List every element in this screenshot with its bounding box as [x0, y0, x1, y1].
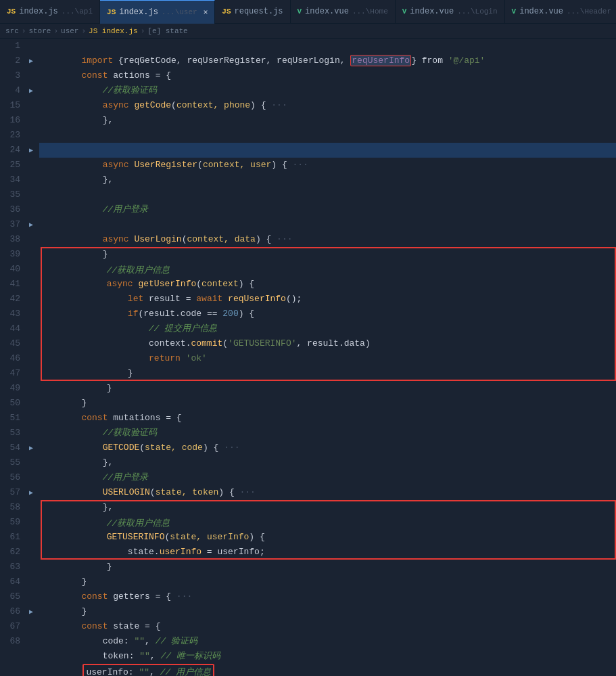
code-content: import {reqGetCode, reqUserRegister, req…: [37, 39, 616, 676]
gutter: ▶ ▶ ▶ ▶ ▶: [26, 39, 37, 676]
breadcrumb: src › store › user › JS index.js › [e] s…: [0, 24, 616, 39]
code-line-39: // 提交用户信息: [41, 307, 616, 321]
code-line: },: [39, 441, 616, 455]
code-line: const state = {: [39, 604, 616, 619]
code-line: [39, 202, 616, 217]
tab-home[interactable]: V index.vue ...\Home: [291, 0, 396, 24]
tab-label: index.vue: [519, 7, 563, 16]
code-line-42: }: [41, 351, 616, 366]
code-line: const actions = {: [39, 53, 616, 68]
tab-request[interactable]: JS request.js: [215, 0, 290, 24]
code-line-56: state.userInfo = userInfo;: [41, 530, 616, 545]
tab-path: ...\Home: [352, 7, 388, 16]
code-line-35: //获取用户信息: [41, 247, 616, 262]
code-line: }: [39, 381, 616, 396]
code-line-40: context.commit('GETUSERINFO', result.dat…: [41, 321, 616, 336]
js-icon: JS: [222, 7, 231, 16]
code-line: [39, 173, 616, 187]
code-line: },: [39, 158, 616, 173]
editor-container: 1 2 3 4 15 16 23 24 25 34 35 36 37 38 39…: [0, 39, 616, 676]
editor: 1 2 3 4 15 16 23 24 25 34 35 36 37 38 39…: [0, 39, 616, 676]
tab-header[interactable]: V index.vue ...\Header: [505, 0, 616, 24]
code-line: const getters = { ···: [39, 574, 616, 589]
tab-label: index.vue: [410, 7, 454, 16]
code-line-41: return 'ok': [41, 336, 616, 351]
code-line: //用户登录: [39, 455, 616, 470]
tab-index-api[interactable]: JS index.js ...\api: [0, 0, 100, 24]
code-line-54: //获取用户信息: [41, 500, 616, 515]
code-line: async getCode(context, phone) { ···: [39, 83, 616, 98]
code-line-55: GETUSERINFO(state, userInfo) {: [41, 515, 616, 530]
tab-bar: JS index.js ...\api JS index.js ...\user…: [0, 0, 616, 24]
code-line: token: "", // 唯一标识码: [39, 634, 616, 649]
tab-login[interactable]: V index.vue ...\Login: [396, 0, 505, 24]
code-line: //用户登录: [39, 187, 616, 202]
code-line: //获取验证码: [39, 68, 616, 83]
code-line-37: let result = await reqUserInfo();: [41, 277, 616, 292]
js-icon: JS: [7, 7, 16, 16]
tab-label: index.js: [119, 7, 158, 17]
vue-icon: V: [512, 7, 517, 16]
code-line-65: userInfo: "", // 用户信息: [39, 649, 616, 664]
code-line-57: }: [41, 545, 616, 560]
tab-path: ...\Login: [457, 7, 497, 16]
tab-path: ...\Header: [567, 7, 611, 16]
code-line: }: [39, 560, 616, 574]
code-line-38: if(result.code == 200) {: [41, 292, 616, 307]
line-numbers: 1 2 3 4 15 16 23 24 25 34 35 36 37 38 39…: [0, 39, 26, 676]
tab-path: ...\api: [62, 7, 93, 16]
code-line: }: [39, 664, 616, 676]
code-line: [39, 113, 616, 128]
code-line: //用户注册: [39, 128, 616, 143]
code-line: },: [39, 98, 616, 113]
vue-icon: V: [402, 7, 407, 16]
tab-label: index.vue: [305, 7, 349, 16]
code-line: async UserLogin(context, data) { ···: [39, 217, 616, 232]
tab-label: index.js: [19, 7, 58, 16]
code-line: },: [39, 485, 616, 500]
js-icon: JS: [107, 8, 116, 16]
tab-label: request.js: [234, 7, 283, 16]
close-icon[interactable]: ✕: [204, 7, 208, 16]
code-line: }: [39, 232, 616, 247]
code-line: GETCODE(state, code) { ···: [39, 426, 616, 441]
code-line: import {reqGetCode, reqUserRegister, req…: [39, 39, 616, 53]
code-line: const mutations = {: [39, 396, 616, 411]
tab-path: ...\user: [162, 8, 197, 16]
code-line: USERLOGIN(state, token) { ···: [39, 470, 616, 485]
code-line: code: "", // 验证码: [39, 619, 616, 634]
vue-icon: V: [298, 7, 302, 16]
code-line-43: }: [41, 366, 616, 381]
tab-index-user[interactable]: JS index.js ...\user ✕: [100, 0, 215, 24]
code-line: }: [39, 589, 616, 604]
code-line: //获取验证码: [39, 411, 616, 426]
code-line: async UserRegister(context, user) { ···: [39, 143, 616, 158]
code-line-36: async getUserInfo(context) {: [41, 262, 616, 277]
